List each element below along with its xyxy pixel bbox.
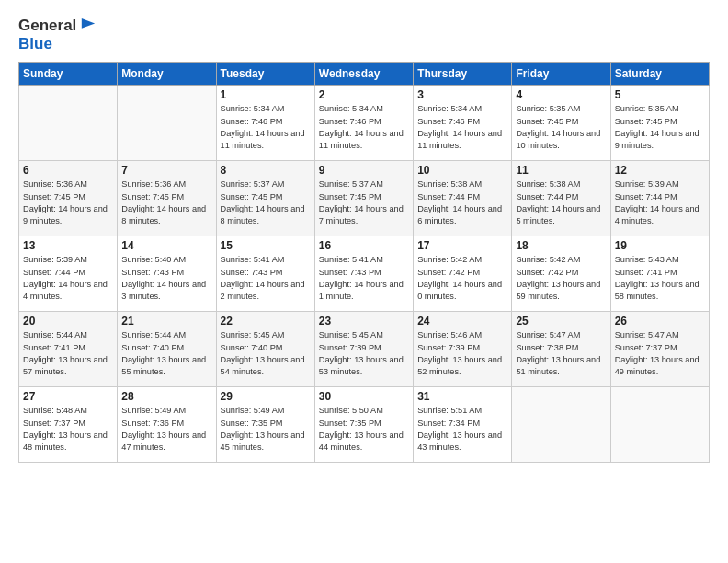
logo-flag-icon xyxy=(81,18,96,35)
day-number: 23 xyxy=(319,315,409,327)
weekday-header-row: SundayMondayTuesdayWednesdayThursdayFrid… xyxy=(19,63,710,86)
day-info: Sunrise: 5:37 AMSunset: 7:45 PMDaylight:… xyxy=(221,178,311,227)
svg-marker-0 xyxy=(82,18,95,29)
page: General Blue SundayMondayTuesdayWednesda… xyxy=(0,0,728,563)
calendar-cell xyxy=(610,387,709,463)
calendar-cell: 8Sunrise: 5:37 AMSunset: 7:45 PMDaylight… xyxy=(216,161,314,236)
weekday-header: Monday xyxy=(118,63,216,86)
day-number: 31 xyxy=(417,390,507,403)
day-number: 30 xyxy=(319,390,409,403)
day-info: Sunrise: 5:42 AMSunset: 7:42 PMDaylight:… xyxy=(516,254,606,303)
calendar-cell: 12Sunrise: 5:39 AMSunset: 7:44 PMDayligh… xyxy=(610,161,709,236)
calendar-cell: 23Sunrise: 5:45 AMSunset: 7:39 PMDayligh… xyxy=(314,312,413,387)
calendar-cell: 1Sunrise: 5:34 AMSunset: 7:46 PMDaylight… xyxy=(216,86,314,161)
calendar-cell: 25Sunrise: 5:47 AMSunset: 7:38 PMDayligh… xyxy=(512,312,610,387)
day-info: Sunrise: 5:37 AMSunset: 7:45 PMDaylight:… xyxy=(319,178,409,227)
day-number: 18 xyxy=(516,239,606,252)
day-info: Sunrise: 5:36 AMSunset: 7:45 PMDaylight:… xyxy=(121,178,211,227)
calendar-cell: 4Sunrise: 5:35 AMSunset: 7:45 PMDaylight… xyxy=(512,86,610,161)
day-info: Sunrise: 5:38 AMSunset: 7:44 PMDaylight:… xyxy=(516,178,606,227)
calendar-cell: 9Sunrise: 5:37 AMSunset: 7:45 PMDaylight… xyxy=(314,161,413,236)
day-info: Sunrise: 5:41 AMSunset: 7:43 PMDaylight:… xyxy=(319,254,409,303)
calendar-cell: 18Sunrise: 5:42 AMSunset: 7:42 PMDayligh… xyxy=(512,236,610,312)
day-info: Sunrise: 5:46 AMSunset: 7:39 PMDaylight:… xyxy=(417,329,507,378)
day-number: 19 xyxy=(615,239,705,252)
weekday-header: Sunday xyxy=(19,63,118,86)
day-number: 5 xyxy=(615,88,705,101)
calendar-cell: 24Sunrise: 5:46 AMSunset: 7:39 PMDayligh… xyxy=(414,312,512,387)
day-number: 10 xyxy=(417,164,507,177)
calendar-cell: 10Sunrise: 5:38 AMSunset: 7:44 PMDayligh… xyxy=(414,161,512,236)
calendar-cell: 28Sunrise: 5:49 AMSunset: 7:36 PMDayligh… xyxy=(118,387,216,463)
day-info: Sunrise: 5:40 AMSunset: 7:43 PMDaylight:… xyxy=(121,254,211,303)
calendar-cell: 3Sunrise: 5:34 AMSunset: 7:46 PMDaylight… xyxy=(414,86,512,161)
calendar-cell: 26Sunrise: 5:47 AMSunset: 7:37 PMDayligh… xyxy=(610,312,709,387)
day-info: Sunrise: 5:38 AMSunset: 7:44 PMDaylight:… xyxy=(417,178,507,227)
day-number: 28 xyxy=(121,390,211,403)
weekday-header: Thursday xyxy=(414,63,512,86)
day-number: 20 xyxy=(23,315,113,327)
calendar-cell: 6Sunrise: 5:36 AMSunset: 7:45 PMDaylight… xyxy=(19,161,118,236)
calendar-cell: 7Sunrise: 5:36 AMSunset: 7:45 PMDaylight… xyxy=(118,161,216,236)
calendar-cell: 2Sunrise: 5:34 AMSunset: 7:46 PMDaylight… xyxy=(314,86,413,161)
day-info: Sunrise: 5:34 AMSunset: 7:46 PMDaylight:… xyxy=(319,103,409,152)
day-info: Sunrise: 5:35 AMSunset: 7:45 PMDaylight:… xyxy=(615,103,705,152)
calendar-cell: 20Sunrise: 5:44 AMSunset: 7:41 PMDayligh… xyxy=(19,312,118,387)
calendar-cell: 16Sunrise: 5:41 AMSunset: 7:43 PMDayligh… xyxy=(314,236,413,312)
weekday-header: Tuesday xyxy=(216,63,314,86)
day-info: Sunrise: 5:34 AMSunset: 7:46 PMDaylight:… xyxy=(417,103,507,152)
day-number: 1 xyxy=(221,88,311,101)
day-info: Sunrise: 5:49 AMSunset: 7:35 PMDaylight:… xyxy=(221,405,311,454)
calendar-cell: 30Sunrise: 5:50 AMSunset: 7:35 PMDayligh… xyxy=(314,387,413,463)
calendar-cell: 11Sunrise: 5:38 AMSunset: 7:44 PMDayligh… xyxy=(512,161,610,236)
logo-blue: Blue xyxy=(18,35,52,52)
calendar-cell: 29Sunrise: 5:49 AMSunset: 7:35 PMDayligh… xyxy=(216,387,314,463)
weekday-header: Wednesday xyxy=(314,63,413,86)
day-number: 16 xyxy=(319,239,409,252)
day-info: Sunrise: 5:43 AMSunset: 7:41 PMDaylight:… xyxy=(615,254,705,303)
calendar-cell xyxy=(19,86,118,161)
day-number: 14 xyxy=(121,239,211,252)
day-info: Sunrise: 5:39 AMSunset: 7:44 PMDaylight:… xyxy=(23,254,113,303)
day-number: 29 xyxy=(221,390,311,403)
day-number: 8 xyxy=(221,164,311,177)
logo-general: General xyxy=(18,17,76,34)
calendar-cell: 14Sunrise: 5:40 AMSunset: 7:43 PMDayligh… xyxy=(118,236,216,312)
day-info: Sunrise: 5:39 AMSunset: 7:44 PMDaylight:… xyxy=(615,178,705,227)
day-info: Sunrise: 5:49 AMSunset: 7:36 PMDaylight:… xyxy=(121,405,211,454)
day-info: Sunrise: 5:41 AMSunset: 7:43 PMDaylight:… xyxy=(221,254,311,303)
calendar-week-row: 6Sunrise: 5:36 AMSunset: 7:45 PMDaylight… xyxy=(19,161,710,236)
calendar-week-row: 27Sunrise: 5:48 AMSunset: 7:37 PMDayligh… xyxy=(19,387,710,463)
calendar-cell: 15Sunrise: 5:41 AMSunset: 7:43 PMDayligh… xyxy=(216,236,314,312)
calendar-table: SundayMondayTuesdayWednesdayThursdayFrid… xyxy=(18,62,710,463)
day-info: Sunrise: 5:44 AMSunset: 7:41 PMDaylight:… xyxy=(23,329,113,378)
calendar-cell: 5Sunrise: 5:35 AMSunset: 7:45 PMDaylight… xyxy=(610,86,709,161)
calendar-cell: 13Sunrise: 5:39 AMSunset: 7:44 PMDayligh… xyxy=(19,236,118,312)
day-info: Sunrise: 5:45 AMSunset: 7:39 PMDaylight:… xyxy=(319,329,409,378)
day-info: Sunrise: 5:44 AMSunset: 7:40 PMDaylight:… xyxy=(121,329,211,378)
calendar-cell: 17Sunrise: 5:42 AMSunset: 7:42 PMDayligh… xyxy=(414,236,512,312)
day-number: 6 xyxy=(23,164,113,177)
day-number: 2 xyxy=(319,88,409,101)
logo: General Blue xyxy=(18,17,96,52)
day-info: Sunrise: 5:36 AMSunset: 7:45 PMDaylight:… xyxy=(23,178,113,227)
calendar-cell xyxy=(512,387,610,463)
day-number: 12 xyxy=(615,164,705,177)
day-info: Sunrise: 5:48 AMSunset: 7:37 PMDaylight:… xyxy=(23,405,113,454)
day-number: 24 xyxy=(417,315,507,327)
calendar-week-row: 1Sunrise: 5:34 AMSunset: 7:46 PMDaylight… xyxy=(19,86,710,161)
logo-wordmark: General Blue xyxy=(18,17,96,52)
day-number: 4 xyxy=(516,88,606,101)
day-number: 27 xyxy=(23,390,113,403)
calendar-week-row: 20Sunrise: 5:44 AMSunset: 7:41 PMDayligh… xyxy=(19,312,710,387)
day-number: 26 xyxy=(615,315,705,327)
calendar-cell xyxy=(118,86,216,161)
weekday-header: Friday xyxy=(512,63,610,86)
day-number: 3 xyxy=(417,88,507,101)
calendar-week-row: 13Sunrise: 5:39 AMSunset: 7:44 PMDayligh… xyxy=(19,236,710,312)
day-number: 17 xyxy=(417,239,507,252)
day-number: 9 xyxy=(319,164,409,177)
day-number: 15 xyxy=(221,239,311,252)
day-info: Sunrise: 5:35 AMSunset: 7:45 PMDaylight:… xyxy=(516,103,606,152)
weekday-header: Saturday xyxy=(610,63,709,86)
